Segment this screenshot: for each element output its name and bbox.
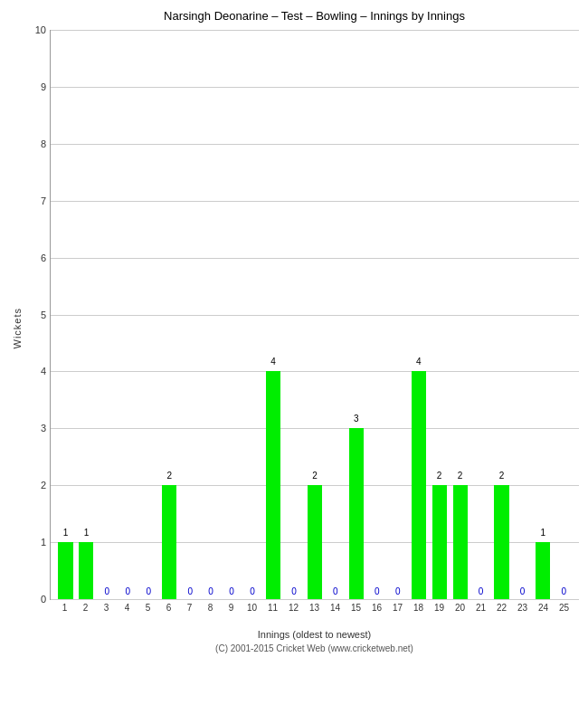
- x-label-4: 4: [117, 603, 138, 613]
- x-label-7: 7: [179, 603, 200, 613]
- bar-value-1: 1: [63, 528, 69, 538]
- y-tick-7: 7: [24, 195, 46, 206]
- bar-group-18: 4: [408, 30, 429, 599]
- y-tick-3: 3: [24, 423, 46, 433]
- bar-value-19: 2: [437, 471, 442, 481]
- x-label-16: 16: [366, 603, 387, 613]
- x-label-23: 23: [512, 603, 533, 613]
- x-label-9: 9: [221, 603, 242, 613]
- bar-value-18: 4: [416, 357, 422, 367]
- y-tick-6: 6: [24, 252, 46, 263]
- bar-13: 2: [308, 485, 322, 599]
- bar-group-6: 2: [159, 30, 180, 599]
- bar-group-22: 2: [491, 30, 512, 599]
- zero-label-5: 0: [147, 586, 152, 596]
- bar-value-6: 2: [166, 471, 172, 481]
- x-label-14: 14: [325, 603, 346, 613]
- bar-group-11: 4: [263, 30, 284, 599]
- bar-group-7: 0: [180, 30, 201, 599]
- bar-6: 2: [162, 485, 176, 599]
- x-label-21: 21: [470, 603, 491, 613]
- zero-label-10: 0: [250, 586, 255, 596]
- y-tick-8: 8: [24, 138, 46, 149]
- bar-group-17: 0: [387, 30, 408, 599]
- x-label-2: 2: [75, 603, 96, 613]
- bar-value-2: 1: [84, 528, 90, 538]
- x-label-15: 15: [346, 603, 366, 613]
- zero-label-25: 0: [562, 586, 567, 596]
- y-tick-4: 4: [24, 366, 46, 376]
- x-label-20: 20: [450, 603, 470, 613]
- x-label-17: 17: [387, 603, 408, 613]
- zero-label-8: 0: [208, 586, 213, 596]
- bar-group-15: 3: [346, 30, 366, 599]
- zero-label-3: 0: [105, 586, 110, 596]
- x-label-11: 11: [262, 603, 283, 613]
- zero-label-21: 0: [479, 586, 484, 596]
- bar-group-23: 0: [512, 30, 533, 599]
- bar-24: 1: [536, 542, 550, 599]
- bar-group-20: 2: [450, 30, 470, 599]
- y-axis-title: Wickets: [12, 30, 23, 627]
- x-label-8: 8: [200, 603, 221, 613]
- x-label-1: 1: [54, 603, 75, 613]
- bar-value-22: 2: [499, 471, 505, 481]
- x-label-12: 12: [283, 603, 304, 613]
- bar-19: 2: [432, 485, 447, 599]
- zero-label-14: 0: [333, 586, 338, 596]
- chart-container: Narsingh Deonarine – Test – Bowling – In…: [0, 0, 588, 724]
- bar-group-5: 0: [138, 30, 159, 599]
- y-tick-2: 2: [24, 480, 46, 491]
- x-label-22: 22: [491, 603, 512, 613]
- zero-label-16: 0: [375, 586, 380, 596]
- bars-area: 1100020000402030042202010: [51, 30, 579, 599]
- bar-group-9: 0: [222, 30, 242, 599]
- zero-label-4: 0: [126, 586, 131, 596]
- bar-group-24: 1: [533, 30, 554, 599]
- x-label-6: 6: [158, 603, 179, 613]
- bar-18: 4: [412, 371, 426, 599]
- bar-2: 1: [79, 542, 93, 599]
- x-label-18: 18: [408, 603, 429, 613]
- bar-group-4: 0: [118, 30, 138, 599]
- y-tick-9: 9: [24, 81, 46, 92]
- bar-group-8: 0: [201, 30, 222, 599]
- bar-value-20: 2: [458, 471, 463, 481]
- copyright: (C) 2001-2015 Cricket Web (www.cricketwe…: [50, 643, 579, 653]
- chart-title: Narsingh Deonarine – Test – Bowling – In…: [50, 9, 579, 23]
- x-label-13: 13: [304, 603, 325, 613]
- bar-group-19: 2: [429, 30, 450, 599]
- y-tick-5: 5: [24, 310, 46, 320]
- zero-label-17: 0: [395, 586, 401, 596]
- bar-group-10: 0: [242, 30, 263, 599]
- y-tick-1: 1: [24, 537, 46, 548]
- bar-group-2: 1: [76, 30, 97, 599]
- bar-group-12: 0: [283, 30, 304, 599]
- zero-label-23: 0: [520, 586, 526, 596]
- x-axis-title: Innings (oldest to newest): [50, 629, 579, 640]
- bar-group-14: 0: [325, 30, 346, 599]
- bar-group-21: 0: [470, 30, 491, 599]
- x-label-19: 19: [429, 603, 450, 613]
- bar-20: 2: [453, 485, 468, 599]
- bar-15: 3: [349, 428, 364, 599]
- bar-22: 2: [494, 485, 508, 599]
- bar-group-25: 0: [554, 30, 574, 599]
- y-tick-0: 0: [24, 594, 46, 605]
- x-label-25: 25: [554, 603, 574, 613]
- bar-group-1: 1: [55, 30, 76, 599]
- x-label-10: 10: [242, 603, 262, 613]
- bar-group-3: 0: [97, 30, 118, 599]
- y-tick-10: 10: [24, 24, 46, 35]
- bar-value-11: 4: [270, 357, 276, 367]
- x-label-24: 24: [533, 603, 554, 613]
- bar-value-13: 2: [312, 471, 318, 481]
- zero-label-12: 0: [291, 586, 297, 596]
- bar-1: 1: [58, 542, 72, 599]
- bar-value-15: 3: [354, 414, 359, 424]
- x-label-5: 5: [138, 603, 158, 613]
- bar-group-13: 2: [304, 30, 325, 599]
- bar-group-16: 0: [366, 30, 387, 599]
- zero-label-7: 0: [187, 586, 193, 596]
- x-label-3: 3: [96, 603, 117, 613]
